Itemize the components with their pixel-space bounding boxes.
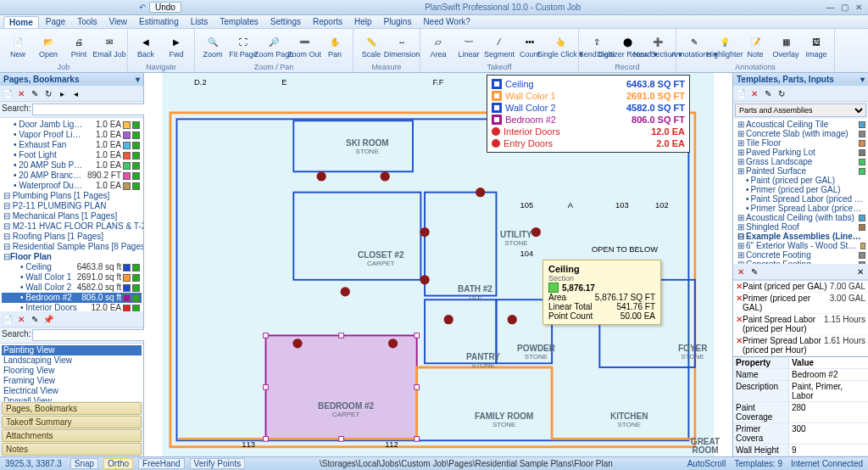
ribbon-zoom-out[interactable]: ➖Zoom Out	[290, 31, 319, 61]
assemblies-dropdown[interactable]: Parts and Assemblies	[735, 104, 866, 117]
ribbon-scale[interactable]: 📏Scale	[357, 31, 386, 61]
assembly-item[interactable]: ⊞ Grass Landscape	[734, 157, 867, 166]
tree-item[interactable]: • Waterproof Duplex Outlet1.0 EA	[2, 181, 142, 191]
bottom-tab[interactable]: Attachments	[2, 429, 142, 442]
views-list[interactable]: Painting ViewLandscaping ViewFlooring Vi…	[0, 344, 143, 401]
tree-item[interactable]: • Foot Light1.0 EA	[2, 150, 142, 160]
tree-section[interactable]: ⊟ Floor Plan	[2, 252, 142, 262]
assembly-item[interactable]: ⊟ Example Assemblies (Linear/Segment Tak…	[734, 232, 867, 241]
ribbon-linear[interactable]: 〰Linear	[454, 31, 483, 61]
ribbon-dimension[interactable]: ↔Dimension	[387, 31, 416, 61]
properties-icon[interactable]: ✎	[762, 87, 774, 99]
menu-tab-templates[interactable]: Templates	[214, 16, 264, 27]
tree-section[interactable]: ⊟ Plumbing Plans [1 Pages]	[2, 191, 142, 201]
left-tree[interactable]: • Door Jamb Light Switch1.0 EA• Vapor Pr…	[0, 118, 143, 311]
snap-toggle[interactable]: Snap	[70, 458, 98, 469]
properties-icon[interactable]: ✎	[29, 313, 41, 325]
ribbon-overlay[interactable]: ▦Overlay	[771, 31, 800, 61]
close-icon[interactable]: ✕	[854, 266, 866, 277]
assembly-item[interactable]: ⊞ Acoustical Ceiling (with tabs)	[734, 213, 867, 222]
assembly-item[interactable]: ⊞ Concrete Slab (with image)	[734, 129, 867, 138]
bottom-tab[interactable]: Pages, Bookmarks	[2, 402, 142, 415]
menu-tab-home[interactable]: Home	[3, 16, 39, 28]
property-row[interactable]: NameBedroom #2	[733, 369, 868, 381]
bottom-tab[interactable]: Takeoff Summary	[2, 416, 142, 428]
collapse-icon[interactable]: ◂	[70, 87, 81, 99]
canvas[interactable]: D.2EF.F 105A103102 OPEN TO BELOW 113112 …	[144, 73, 732, 456]
ribbon-new[interactable]: 📄New	[3, 31, 32, 61]
menu-tab-reports[interactable]: Reports	[308, 16, 348, 27]
ribbon-note[interactable]: 📝Note	[741, 31, 770, 61]
new-icon[interactable]: 📄	[2, 313, 14, 325]
verify-toggle[interactable]: Verify Points	[190, 458, 246, 469]
assembly-item[interactable]: ⊞ Tile Floor	[734, 138, 867, 148]
tree-item[interactable]: • Bedroom #2806.0 sq ft	[2, 293, 142, 303]
ribbon-back[interactable]: ◀Back	[131, 31, 160, 61]
tree-item[interactable]: • Door Jamb Light Switch1.0 EA	[2, 120, 142, 130]
tree-section[interactable]: ⊟ Mechanical Plans [1 Pages]	[2, 211, 142, 221]
menu-tab-estimating[interactable]: Estimating	[134, 16, 184, 27]
tree-item[interactable]: • 20 AMP Branch Wiring890.2 FT	[2, 171, 142, 181]
property-table[interactable]: PropertyValueNameBedroom #2DescriptionPa…	[733, 356, 868, 456]
ribbon-segment[interactable]: ∕Segment	[485, 31, 514, 61]
ribbon-open[interactable]: 📂Open	[34, 31, 63, 61]
view-item[interactable]: Electrical View	[2, 386, 142, 396]
menu-tab-help[interactable]: Help	[349, 16, 377, 27]
view-item[interactable]: Flooring View	[2, 366, 142, 376]
delete-icon[interactable]: ✕	[735, 266, 747, 277]
ribbon-highlighter[interactable]: 💡Highlighter	[710, 31, 739, 61]
refresh-icon[interactable]: ↻	[42, 87, 54, 99]
assembly-item[interactable]: ⊞ Shingled Roof	[734, 222, 867, 232]
tree-section[interactable]: ⊟ P2-11 PLUMBING PLAN	[2, 201, 142, 211]
assembly-item[interactable]: • Primer Spread Labor (priced per Hour)	[734, 204, 867, 213]
properties-icon[interactable]: ✎	[748, 266, 760, 277]
property-row[interactable]: Primer Covera300	[733, 423, 868, 445]
ortho-toggle[interactable]: Ortho	[103, 458, 133, 469]
tree-item[interactable]: • Wall Color 24582.0 sq ft	[2, 283, 142, 293]
assembly-item[interactable]: ⊞ 6" Exterior Walls - Wood Stud - Insula…	[734, 241, 867, 250]
ribbon-new-section-[interactable]: ➕New Section ▾	[643, 31, 672, 61]
assembly-item[interactable]: • Primer (priced per GAL)	[734, 185, 867, 194]
tree-item[interactable]: • Vapor Proof Light1.0 EA	[2, 130, 142, 140]
view-item[interactable]: Landscaping View	[2, 355, 142, 366]
pin-icon[interactable]: 📌	[42, 313, 54, 325]
menu-tab-view[interactable]: View	[104, 16, 133, 27]
menu-tab-need-work-[interactable]: Need Work?	[418, 16, 475, 27]
view-item[interactable]: Framing View	[2, 376, 142, 386]
delete-icon[interactable]: ✕	[748, 87, 760, 99]
assembly-item[interactable]: ⊞ Paved Parking Lot	[734, 148, 867, 157]
panel-menu-icon[interactable]: ▾	[136, 75, 140, 84]
minimize-icon[interactable]: —	[824, 3, 836, 12]
new-icon[interactable]: 📄	[2, 87, 14, 99]
menu-tab-page[interactable]: Page	[41, 16, 70, 27]
delete-icon[interactable]: ✕	[15, 313, 27, 325]
tree-item[interactable]: • Interior Doors12.0 EA	[2, 303, 142, 311]
property-row[interactable]: Wall Height9	[733, 445, 868, 456]
undo-button[interactable]: Undo	[149, 2, 181, 13]
assembly-item[interactable]: • Paint (priced per GAL)	[734, 176, 867, 185]
properties-icon[interactable]: ✎	[29, 87, 41, 99]
search-input[interactable]	[32, 329, 145, 341]
ribbon-fwd[interactable]: ▶Fwd	[162, 31, 191, 61]
tree-item[interactable]: • Wall Color 12691.0 sq ft	[2, 272, 142, 283]
view-item[interactable]: Painting View	[2, 345, 142, 355]
property-row[interactable]: DescriptionPaint, Primer, Labor	[733, 381, 868, 402]
expand-icon[interactable]: ▸	[56, 87, 68, 99]
ribbon-zoom-page[interactable]: 🔎Zoom Page	[259, 31, 288, 61]
ribbon-annotations-[interactable]: ✎Annotations ▾	[680, 31, 709, 61]
ribbon-image[interactable]: 🖼Image	[802, 31, 831, 61]
panel-menu-icon[interactable]: ▾	[860, 75, 865, 84]
autoscroll-toggle[interactable]: AutoScroll	[687, 459, 726, 468]
assembly-item[interactable]: • Paint Spread Labor (priced per Hour)	[734, 194, 867, 204]
tree-section[interactable]: ⊟ Residential Sample Plans [8 Pages]	[2, 242, 142, 252]
refresh-icon[interactable]: ↻	[776, 87, 787, 99]
undo-arrow-icon[interactable]: ↶	[139, 3, 146, 12]
menu-tab-settings[interactable]: Settings	[265, 16, 306, 27]
tree-item[interactable]: • 20 AMP Sub Panel1.0 EA	[2, 160, 142, 171]
bottom-tab[interactable]: Notes	[2, 443, 142, 456]
property-row[interactable]: Paint Coverage280	[733, 402, 868, 423]
ribbon-email-job[interactable]: ✉Email Job	[95, 31, 124, 61]
ribbon-area[interactable]: ▱Area	[424, 31, 453, 61]
delete-icon[interactable]: ✕	[15, 87, 27, 99]
close-icon[interactable]: ✕	[853, 3, 865, 12]
